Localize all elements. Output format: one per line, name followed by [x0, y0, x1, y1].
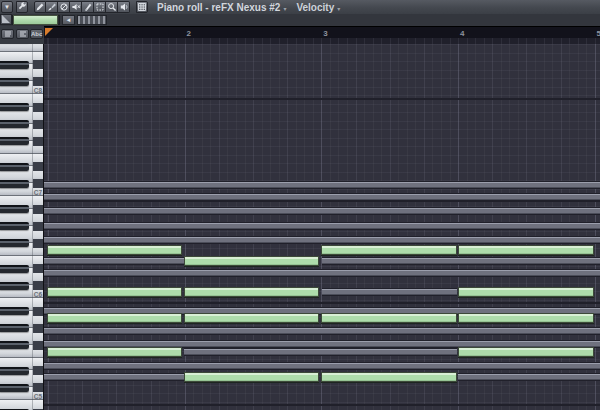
note-list-toggle-button[interactable]	[1, 29, 14, 39]
midi-note[interactable]	[47, 313, 182, 323]
midi-note[interactable]	[321, 313, 457, 323]
note-stack-toggle-button[interactable]	[16, 29, 29, 39]
midi-note[interactable]	[458, 313, 594, 323]
stamp-tool-button[interactable]	[136, 1, 148, 13]
octave-label: C5	[0, 393, 42, 400]
piano-key-black[interactable]	[0, 239, 29, 247]
bar-number: 2	[187, 29, 191, 38]
timeline-ruler[interactable]: 2345	[44, 26, 600, 45]
pencil-icon	[35, 2, 45, 12]
piano-key-black[interactable]	[0, 78, 29, 86]
piano-key-black[interactable]	[0, 103, 29, 111]
note-grid[interactable]	[44, 44, 600, 410]
piano-key-black[interactable]	[0, 205, 29, 213]
ghost-note-bar	[44, 237, 600, 243]
piano-key-black[interactable]	[0, 265, 29, 273]
note-stack-icon	[18, 29, 28, 39]
piano-key-black[interactable]	[0, 324, 29, 332]
select-tool-button[interactable]	[94, 1, 106, 13]
slice-tool-button[interactable]	[82, 1, 94, 13]
piano-key-black[interactable]	[0, 367, 29, 375]
toolbar-button-group	[136, 1, 148, 13]
midi-note[interactable]	[47, 245, 182, 255]
midi-note[interactable]	[184, 372, 320, 382]
black-row-strip	[33, 103, 44, 112]
midi-note[interactable]	[184, 313, 320, 323]
midi-note[interactable]	[458, 287, 594, 297]
ghost-note-bar	[44, 363, 600, 369]
midi-note[interactable]	[184, 256, 320, 266]
piano-key-black[interactable]	[0, 384, 29, 392]
black-row-strip	[33, 324, 44, 333]
midi-note[interactable]	[47, 347, 182, 357]
black-row-strip	[33, 120, 44, 129]
ghost-note-bar	[44, 194, 600, 200]
midi-note[interactable]	[321, 372, 457, 382]
fold-corner-button[interactable]	[0, 14, 12, 25]
piano-keyboard: C8C7C6C5	[0, 44, 44, 410]
mute-icon	[71, 2, 81, 12]
ghost-note-bar	[44, 270, 600, 276]
piano-roll-window: ▼ Piano roll - reFX Nexus #2 ▾ Velocity …	[0, 0, 600, 410]
piano-key-black[interactable]	[0, 307, 29, 315]
brush-tool-button[interactable]	[46, 1, 58, 13]
octave-label: C8	[0, 87, 42, 94]
keyboard-strip-divider	[32, 44, 33, 410]
horizontal-scroll-row: ◂	[0, 14, 600, 26]
pencil-tool-button[interactable]	[34, 1, 46, 13]
ghost-note-bar	[458, 374, 600, 380]
black-row-strip	[33, 264, 44, 273]
slice-icon	[83, 2, 93, 12]
keyboard-octave: C8	[0, 44, 44, 94]
wrench-tool-button[interactable]	[16, 1, 28, 13]
playback-icon	[119, 2, 129, 12]
black-row-strip	[33, 366, 44, 375]
piano-key-black[interactable]	[0, 61, 29, 69]
options-timeline-row: Abc 2345	[0, 26, 600, 44]
midi-note[interactable]	[321, 245, 457, 255]
playback-start-marker[interactable]	[45, 28, 53, 36]
zoom-grip-handle[interactable]	[77, 15, 107, 25]
horizontal-scrollbar-thumb[interactable]	[13, 15, 58, 25]
ghost-note-bar	[44, 208, 600, 214]
zoom-icon	[107, 2, 117, 12]
dropdown-arrow-icon: ▼	[4, 4, 10, 10]
black-row-strip	[33, 205, 44, 214]
scroll-left-button[interactable]: ◂	[62, 15, 75, 25]
zoom-tool-button[interactable]	[106, 1, 118, 13]
note-names-button[interactable]: Abc	[30, 29, 43, 39]
piano-key-black[interactable]	[0, 282, 29, 290]
octave-line	[44, 302, 600, 304]
stamp-icon	[137, 2, 147, 12]
piano-key-white[interactable]	[0, 44, 44, 52]
velocity-dropdown-icon[interactable]: ▾	[337, 5, 340, 12]
piano-key-black[interactable]	[0, 341, 29, 349]
main-menu-button[interactable]: ▼	[1, 1, 13, 13]
midi-note[interactable]	[184, 287, 320, 297]
delete-tool-button[interactable]	[58, 1, 70, 13]
ghost-note-bar	[44, 328, 600, 334]
piano-key-black[interactable]	[0, 222, 29, 230]
piano-key-black[interactable]	[0, 120, 29, 128]
piano-key-black[interactable]	[0, 180, 29, 188]
brush-icon	[47, 2, 57, 12]
piano-key-black[interactable]	[0, 163, 29, 171]
black-row-strip	[33, 239, 44, 248]
select-icon	[95, 2, 105, 12]
title-dropdown-icon[interactable]: ▾	[283, 5, 286, 12]
midi-note[interactable]	[47, 287, 182, 297]
black-row-strip	[33, 307, 44, 316]
target-parameter-selector[interactable]: Velocity	[296, 2, 334, 13]
ghost-note-bar	[44, 258, 184, 264]
delete-icon	[59, 2, 69, 12]
midi-note[interactable]	[458, 347, 594, 357]
ghost-note-bar	[44, 223, 600, 229]
ghost-note-bar	[322, 258, 600, 264]
mute-tool-button[interactable]	[70, 1, 82, 13]
piano-key-black[interactable]	[0, 137, 29, 145]
playback-tool-button[interactable]	[118, 1, 130, 13]
toolbar-button-group	[34, 1, 130, 13]
ghost-note-bar	[322, 289, 458, 295]
octave-label: C6	[0, 291, 42, 298]
midi-note[interactable]	[458, 245, 594, 255]
